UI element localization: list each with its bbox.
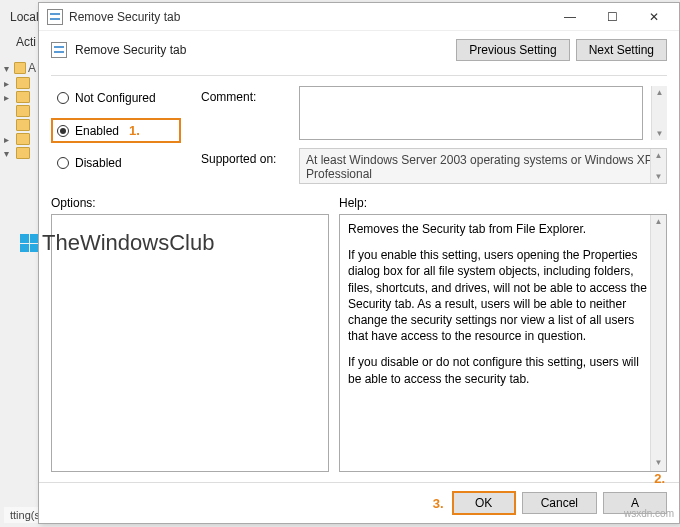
chevron-down-icon: ▼ bbox=[655, 172, 663, 181]
tree-row[interactable]: ▾ bbox=[0, 146, 40, 160]
tree-label: A bbox=[28, 61, 36, 75]
folder-icon bbox=[16, 147, 30, 159]
annotation-2: 2. bbox=[654, 471, 665, 486]
scrollbar[interactable]: ▲▼ bbox=[650, 149, 666, 183]
comment-label: Comment: bbox=[201, 86, 291, 104]
previous-setting-button[interactable]: Previous Setting bbox=[456, 39, 569, 61]
expand-icon: ▸ bbox=[4, 134, 14, 145]
radio-icon bbox=[57, 125, 69, 137]
chevron-up-icon: ▲ bbox=[655, 217, 663, 228]
state-radio-group: Not Configured Enabled 1. Disabled bbox=[51, 86, 181, 184]
close-button[interactable]: ✕ bbox=[633, 3, 675, 31]
apply-button[interactable]: A bbox=[603, 492, 667, 514]
separator bbox=[51, 75, 667, 76]
tree-row[interactable]: ▸ bbox=[0, 76, 40, 90]
radio-icon bbox=[57, 92, 69, 104]
expand-icon: ▸ bbox=[4, 78, 14, 89]
options-pane bbox=[51, 214, 329, 472]
policy-icon bbox=[51, 42, 67, 58]
radio-disabled[interactable]: Disabled bbox=[51, 151, 181, 175]
expand-icon: ▾ bbox=[4, 148, 14, 159]
help-paragraph: If you disable or do not configure this … bbox=[348, 354, 648, 386]
supported-on-text: At least Windows Server 2003 operating s… bbox=[306, 153, 653, 181]
supported-on-label: Supported on: bbox=[201, 148, 291, 166]
scrollbar[interactable]: ▲▼ bbox=[651, 86, 667, 140]
help-paragraph: Removes the Security tab from File Explo… bbox=[348, 221, 648, 237]
policy-dialog: Remove Security tab — ☐ ✕ Remove Securit… bbox=[38, 2, 680, 524]
help-pane: Removes the Security tab from File Explo… bbox=[339, 214, 667, 472]
bg-action-menu[interactable]: Acti bbox=[16, 35, 36, 49]
folder-icon bbox=[16, 133, 30, 145]
expand-icon: ▾ bbox=[4, 63, 12, 74]
folder-icon bbox=[16, 105, 30, 117]
radio-label: Enabled bbox=[75, 124, 119, 138]
tree-row[interactable]: ▸ bbox=[0, 90, 40, 104]
chevron-up-icon: ▲ bbox=[655, 151, 663, 160]
radio-label: Disabled bbox=[75, 156, 122, 170]
radio-label: Not Configured bbox=[75, 91, 156, 105]
window-title: Remove Security tab bbox=[69, 10, 549, 24]
folder-icon bbox=[16, 77, 30, 89]
supported-on-box: At least Windows Server 2003 operating s… bbox=[299, 148, 667, 184]
folder-icon bbox=[14, 62, 26, 74]
chevron-up-icon: ▲ bbox=[656, 88, 664, 97]
chevron-down-icon: ▼ bbox=[655, 458, 663, 469]
tree-row[interactable] bbox=[0, 104, 40, 118]
maximize-button[interactable]: ☐ bbox=[591, 3, 633, 31]
chevron-down-icon: ▼ bbox=[656, 129, 664, 138]
annotation-1: 1. bbox=[129, 123, 140, 138]
tree-row[interactable] bbox=[0, 118, 40, 132]
help-label: Help: bbox=[339, 196, 667, 210]
expand-icon: ▸ bbox=[4, 92, 14, 103]
bg-tree: ▾A ▸ ▸ ▸ ▾ bbox=[0, 60, 40, 160]
policy-title: Remove Security tab bbox=[75, 43, 450, 57]
tree-row[interactable]: ▸ bbox=[0, 132, 40, 146]
titlebar: Remove Security tab — ☐ ✕ bbox=[39, 3, 679, 31]
annotation-3: 3. bbox=[433, 496, 444, 511]
radio-icon bbox=[57, 157, 69, 169]
dialog-footer: 2. 3. OK Cancel A bbox=[39, 482, 679, 523]
comment-input[interactable] bbox=[299, 86, 643, 140]
radio-enabled[interactable]: Enabled 1. bbox=[51, 118, 181, 143]
next-setting-button[interactable]: Next Setting bbox=[576, 39, 667, 61]
radio-not-configured[interactable]: Not Configured bbox=[51, 86, 181, 110]
folder-icon bbox=[16, 119, 30, 131]
cancel-button[interactable]: Cancel bbox=[522, 492, 597, 514]
scrollbar[interactable]: ▲▼ bbox=[650, 215, 666, 471]
options-label: Options: bbox=[51, 196, 329, 210]
minimize-button[interactable]: — bbox=[549, 3, 591, 31]
tree-row[interactable]: ▾A bbox=[0, 60, 40, 76]
ok-button[interactable]: OK bbox=[452, 491, 516, 515]
help-paragraph: If you enable this setting, users openin… bbox=[348, 247, 648, 344]
policy-icon bbox=[47, 9, 63, 25]
folder-icon bbox=[16, 91, 30, 103]
